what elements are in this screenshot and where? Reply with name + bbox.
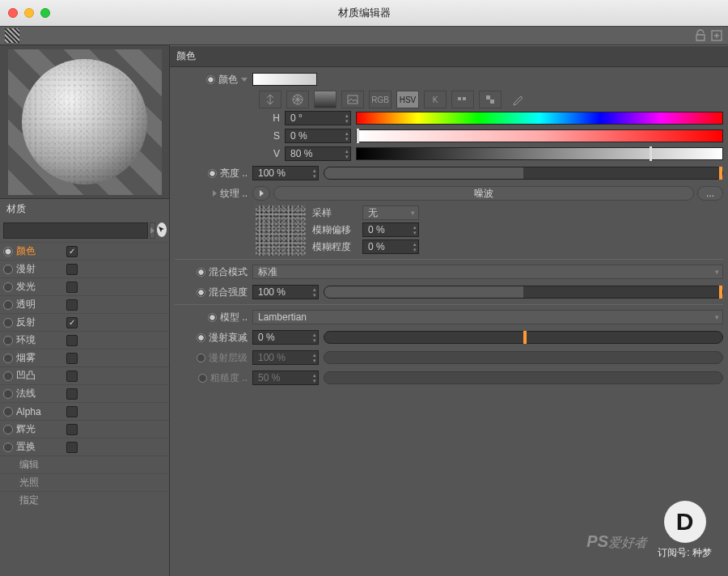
mode-arrows-icon[interactable] bbox=[259, 91, 281, 108]
channel-color[interactable]: 颜色✓ bbox=[0, 242, 169, 260]
model-dropdown[interactable]: Lambertian bbox=[252, 310, 723, 324]
roughness-label: 粗糙度 .. bbox=[175, 371, 248, 385]
watermark-text: 订阅号: 种梦 bbox=[658, 546, 712, 560]
value-slider[interactable] bbox=[356, 147, 723, 160]
roughness-slider bbox=[324, 371, 723, 384]
preview-sphere bbox=[22, 59, 147, 184]
watermark: D 订阅号: 种梦 bbox=[658, 501, 712, 560]
channel-bump[interactable]: 凹凸 bbox=[0, 366, 169, 384]
brightness-label: 亮度 .. bbox=[175, 167, 248, 180]
sub-illumination[interactable]: 光照 bbox=[0, 473, 169, 491]
material-swatch-icon[interactable] bbox=[5, 28, 19, 43]
blend-mode-dropdown[interactable]: 标准 bbox=[252, 265, 723, 279]
diffuse-level-slider bbox=[324, 351, 723, 364]
maximize-window-button[interactable] bbox=[40, 8, 50, 18]
sample-dropdown[interactable]: 无 bbox=[362, 205, 419, 220]
h-value-input[interactable]: 0 ° bbox=[285, 111, 351, 125]
channel-glow[interactable]: 辉光 bbox=[0, 420, 169, 438]
svg-rect-4 bbox=[463, 97, 466, 100]
mode-k-button[interactable]: K bbox=[424, 91, 447, 108]
mode-rgb-button[interactable]: RGB bbox=[369, 91, 392, 108]
h-label: H bbox=[256, 112, 280, 124]
texture-thumbnail[interactable] bbox=[256, 205, 306, 256]
window-controls bbox=[8, 8, 50, 18]
watermark-ps: PS爱好者 bbox=[586, 532, 647, 552]
sub-edit[interactable]: 编辑 bbox=[0, 455, 169, 473]
texture-expand-button[interactable] bbox=[252, 186, 270, 201]
main-toolbar bbox=[0, 26, 728, 45]
material-preview[interactable] bbox=[0, 45, 169, 199]
svg-rect-6 bbox=[490, 100, 494, 104]
minimize-window-button[interactable] bbox=[24, 8, 34, 18]
watermark-logo-icon: D bbox=[664, 501, 706, 543]
channel-reflection[interactable]: 反射✓ bbox=[0, 313, 169, 331]
texture-more-button[interactable]: ... bbox=[697, 186, 723, 201]
hue-slider[interactable] bbox=[356, 112, 723, 125]
blend-strength-input[interactable]: 100 % bbox=[252, 285, 319, 299]
channel-luminance[interactable]: 发光 bbox=[0, 277, 169, 295]
eyedropper-icon[interactable] bbox=[506, 91, 529, 108]
color-swatch[interactable] bbox=[252, 73, 317, 86]
checkbox-icon[interactable]: ✓ bbox=[66, 246, 78, 257]
saturation-slider[interactable] bbox=[356, 129, 723, 142]
svg-rect-5 bbox=[486, 95, 490, 100]
triangle-right-icon[interactable] bbox=[213, 190, 217, 197]
brightness-input[interactable]: 100 % bbox=[252, 166, 319, 180]
s-value-input[interactable]: 0 % bbox=[285, 129, 351, 143]
cursor-icon bbox=[157, 225, 167, 235]
v-value-input[interactable]: 80 % bbox=[285, 146, 351, 161]
brightness-slider[interactable] bbox=[324, 167, 723, 180]
channel-displacement[interactable]: 置换 bbox=[0, 438, 169, 455]
mode-wheel-icon[interactable] bbox=[286, 91, 309, 108]
diffuse-level-label: 漫射层级 bbox=[175, 351, 248, 365]
blur-scale-label: 模糊程度 bbox=[312, 240, 358, 254]
roughness-input: 50 % bbox=[252, 371, 319, 385]
titlebar: 材质编辑器 bbox=[0, 0, 728, 26]
channel-environment[interactable]: 环境 bbox=[0, 331, 169, 349]
blend-strength-label: 混合强度 bbox=[175, 286, 248, 299]
selection-picker-button[interactable] bbox=[157, 222, 167, 237]
svg-rect-3 bbox=[458, 97, 461, 100]
channel-normal[interactable]: 法线 bbox=[0, 384, 169, 402]
blend-mode-label: 混合模式 bbox=[175, 265, 248, 279]
mode-image-icon[interactable] bbox=[341, 91, 364, 108]
sub-assign[interactable]: 指定 bbox=[0, 491, 169, 509]
blend-strength-slider[interactable] bbox=[324, 286, 723, 299]
texture-name-field[interactable]: 噪波 bbox=[273, 186, 694, 201]
lock-icon[interactable] bbox=[694, 29, 707, 42]
color-group-header: 颜色 bbox=[170, 45, 728, 67]
channel-diffuse[interactable]: 漫射 bbox=[0, 260, 169, 277]
chevron-down-icon[interactable] bbox=[241, 78, 248, 82]
diffuse-level-input: 100 % bbox=[252, 350, 319, 365]
s-label: S bbox=[256, 130, 280, 142]
triangle-right-icon bbox=[150, 227, 154, 234]
blur-scale-input[interactable]: 0 % bbox=[362, 239, 419, 254]
material-search-input[interactable] bbox=[3, 222, 148, 239]
channel-list: 颜色✓ 漫射 发光 透明 反射✓ 环境 烟雾 凹凸 法线 Alpha 辉光 置换… bbox=[0, 242, 169, 576]
search-dropdown-button[interactable] bbox=[150, 222, 155, 239]
blur-offset-label: 模糊偏移 bbox=[312, 223, 358, 237]
mode-gradient-icon[interactable] bbox=[314, 91, 336, 108]
mode-checker-icon[interactable] bbox=[479, 91, 502, 108]
diffuse-falloff-label: 漫射衰减 bbox=[175, 331, 248, 345]
blur-offset-input[interactable]: 0 % bbox=[362, 222, 419, 237]
add-material-icon[interactable] bbox=[710, 29, 723, 42]
right-panel: 颜色 颜色 RGB HSV K bbox=[170, 45, 728, 576]
mode-swatches-icon[interactable] bbox=[451, 91, 474, 108]
sample-label: 采样 bbox=[312, 206, 358, 220]
v-label: V bbox=[256, 148, 280, 159]
channel-fog[interactable]: 烟雾 bbox=[0, 349, 169, 366]
channel-alpha[interactable]: Alpha bbox=[0, 402, 169, 420]
model-label: 模型 .. bbox=[175, 311, 248, 324]
left-panel: 材质 颜色✓ 漫射 发光 透明 反射✓ 环境 烟雾 凹凸 法线 Alpha 辉光… bbox=[0, 45, 170, 576]
diffuse-falloff-input[interactable]: 0 % bbox=[252, 330, 319, 345]
mode-hsv-button[interactable]: HSV bbox=[396, 91, 419, 108]
material-section-label: 材质 bbox=[0, 199, 169, 219]
channel-transparency[interactable]: 透明 bbox=[0, 295, 169, 313]
close-window-button[interactable] bbox=[8, 8, 18, 18]
window-title: 材质编辑器 bbox=[338, 6, 391, 20]
svg-rect-2 bbox=[348, 95, 358, 104]
diffuse-falloff-slider[interactable] bbox=[324, 331, 723, 344]
texture-label: 纹理 .. bbox=[175, 187, 248, 201]
color-label: 颜色 bbox=[175, 73, 248, 87]
